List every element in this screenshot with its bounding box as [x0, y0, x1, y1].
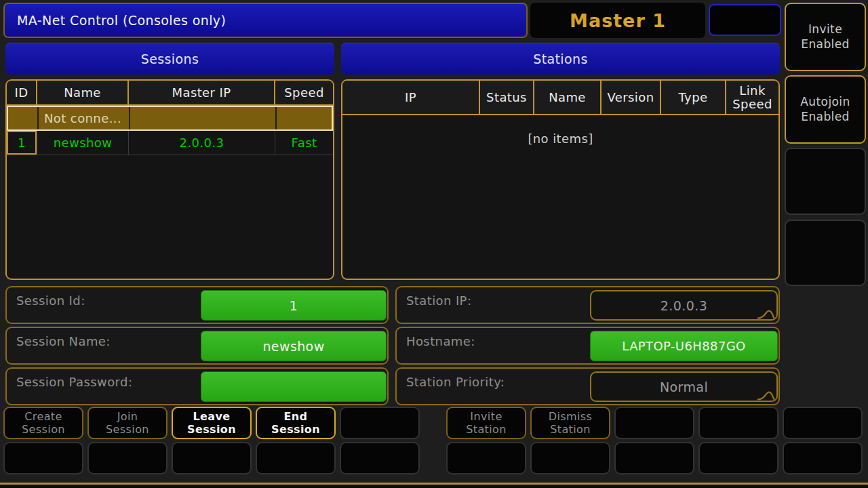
station-priority-label: Station Priority:: [406, 375, 505, 389]
side-button-empty-2: [785, 220, 866, 286]
join-session-button[interactable]: Join Session: [87, 407, 167, 439]
stations-col-status: Status: [480, 81, 534, 114]
session-cell-speed: Fast: [275, 131, 333, 155]
hostname-label: Hostname:: [406, 334, 475, 348]
session-id-value-button[interactable]: 1: [201, 290, 387, 321]
stations-table-header: IP Status Name Version Type Link Speed: [342, 81, 778, 115]
hostname-field-row: Hostname: LAPTOP-U6H887GO: [395, 327, 780, 365]
create-session-label: Create Session: [10, 410, 77, 436]
sessions-table-header: ID Name Master IP Speed: [7, 81, 333, 106]
sessions-pane-title: Sessions: [141, 52, 199, 66]
session-cell-speed: [277, 107, 332, 129]
stations-col-name: Name: [534, 81, 601, 114]
session-cell-id: [8, 107, 39, 129]
session-password-field-row: Session Password:: [5, 367, 389, 405]
leave-session-label: Leave Session: [178, 410, 245, 436]
value-field-indicator-icon: [757, 390, 776, 401]
station-priority-field-row: Station Priority: Normal: [395, 367, 780, 405]
session-id-value: 1: [290, 298, 298, 313]
station-priority-value: Normal: [660, 380, 708, 394]
session-password-value-button[interactable]: [201, 371, 387, 402]
station-ip-input[interactable]: 2.0.0.3: [590, 290, 778, 321]
session-cell-name: Not conne...: [39, 107, 130, 129]
sessions-col-id: ID: [7, 81, 37, 104]
stations-empty-placeholder: [no items]: [342, 131, 778, 146]
soft-button-empty: [172, 442, 252, 474]
stations-pane-title: Stations: [533, 52, 588, 66]
session-row-newshow[interactable]: 1 newshow 2.0.0.3 Fast: [7, 131, 333, 155]
join-session-label: Join Session: [94, 410, 161, 436]
invite-enabled-button[interactable]: Invite Enabled: [785, 3, 866, 71]
session-row-not-connected[interactable]: Not conne...: [7, 106, 333, 131]
soft-button-empty: [340, 442, 420, 474]
session-name-value-button[interactable]: newshow: [201, 331, 387, 361]
stations-col-type: Type: [661, 81, 726, 114]
master-status-indicator: Master 1: [530, 3, 705, 38]
dismiss-station-button[interactable]: Dismiss Station: [530, 407, 610, 439]
soft-button-empty: [783, 442, 863, 474]
window-title-bar: MA-Net Control (Consoles only): [3, 3, 528, 38]
hostname-value: LAPTOP-U6H887GO: [622, 339, 745, 353]
session-id-field-row: Session Id: 1: [5, 286, 389, 324]
session-name-field-row: Session Name: newshow: [5, 327, 389, 365]
station-priority-select[interactable]: Normal: [590, 371, 778, 402]
soft-button-empty: [698, 442, 778, 474]
soft-button-empty: [530, 442, 610, 474]
create-session-button[interactable]: Create Session: [3, 407, 83, 439]
session-status-indicator: [709, 4, 781, 36]
sessions-col-master-ip: Master IP: [129, 81, 275, 104]
bottom-edge: [0, 485, 868, 488]
station-ip-field-row: Station IP: 2.0.0.3: [395, 286, 780, 324]
session-cell-name: newshow: [37, 131, 129, 155]
station-ip-value: 2.0.0.3: [660, 298, 707, 313]
soft-button-empty: [614, 442, 694, 474]
invite-station-button[interactable]: Invite Station: [446, 407, 526, 439]
master-status-label: Master 1: [570, 10, 666, 31]
soft-button-empty: [446, 442, 526, 474]
stations-col-ip: IP: [342, 81, 480, 114]
session-id-label: Session Id:: [16, 293, 85, 308]
sessions-col-speed: Speed: [275, 81, 333, 104]
window-title: MA-Net Control (Consoles only): [17, 13, 226, 28]
stations-table: IP Status Name Version Type Link Speed […: [341, 79, 780, 280]
ma-net-control-dialog: MA-Net Control (Consoles only) Master 1 …: [0, 0, 868, 488]
session-cell-master-ip: [130, 107, 277, 129]
soft-button-empty: [698, 407, 778, 439]
invite-enabled-label: Invite Enabled: [786, 22, 865, 52]
autojoin-enabled-button[interactable]: Autojoin Enabled: [785, 75, 866, 144]
session-password-label: Session Password:: [16, 375, 132, 389]
sessions-table: ID Name Master IP Speed Not conne... 1 n…: [5, 79, 334, 280]
soft-button-empty: [3, 442, 83, 474]
dismiss-station-label: Dismiss Station: [537, 410, 604, 436]
end-session-label: End Session: [262, 410, 329, 436]
soft-button-empty: [256, 442, 336, 474]
soft-button-empty: [87, 442, 167, 474]
soft-button-empty: [340, 407, 420, 439]
end-session-button[interactable]: End Session: [256, 407, 336, 439]
sessions-col-name: Name: [37, 81, 129, 104]
sessions-pane-header: Sessions: [5, 43, 334, 75]
autojoin-enabled-label: Autojoin Enabled: [786, 95, 865, 124]
soft-button-empty: [783, 407, 863, 439]
station-ip-label: Station IP:: [406, 293, 471, 308]
stations-col-link-speed: Link Speed: [726, 81, 778, 114]
invite-station-label: Invite Station: [453, 410, 519, 436]
side-button-empty-1: [785, 148, 866, 215]
session-name-value: newshow: [262, 339, 324, 354]
stations-col-version: Version: [601, 81, 661, 114]
stations-pane-header: Stations: [341, 43, 780, 75]
session-cell-id: 1: [7, 131, 37, 155]
leave-session-button[interactable]: Leave Session: [172, 407, 252, 439]
soft-button-empty: [614, 407, 694, 439]
value-field-indicator-icon: [757, 309, 776, 319]
session-name-label: Session Name:: [16, 334, 111, 348]
hostname-value-button[interactable]: LAPTOP-U6H887GO: [590, 331, 778, 361]
session-cell-master-ip: 2.0.0.3: [129, 131, 275, 155]
